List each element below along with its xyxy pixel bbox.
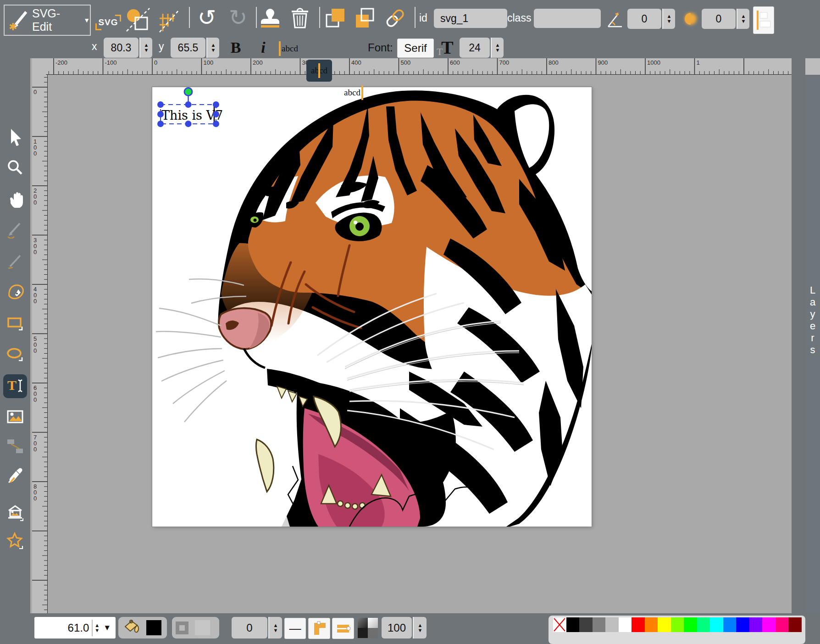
tool-connector bbox=[3, 434, 27, 458]
panel-splitter[interactable] bbox=[792, 58, 805, 613]
font-size-spinner[interactable]: ▲▼ bbox=[491, 38, 504, 58]
palette-swatch[interactable] bbox=[645, 617, 658, 632]
zoom-widget[interactable]: 61.0 ▲▼ ▼ bbox=[34, 617, 116, 638]
main-menu-button[interactable]: ✱ SVG-Edit ▼ bbox=[4, 5, 91, 36]
blur-input[interactable]: 0 bbox=[702, 9, 736, 29]
fill-swatch[interactable] bbox=[146, 620, 161, 635]
palette-swatch[interactable] bbox=[632, 617, 645, 632]
stroke-width-value: 0 bbox=[246, 622, 252, 634]
tool-pencil bbox=[3, 217, 27, 241]
palette-swatch[interactable] bbox=[619, 617, 632, 632]
zoom-dropdown-caret[interactable]: ▼ bbox=[101, 623, 116, 633]
tool-pan[interactable] bbox=[3, 187, 27, 211]
move-front-button[interactable] bbox=[324, 6, 347, 29]
wireframe-icon bbox=[125, 6, 151, 33]
stroke-width-input[interactable]: 0 bbox=[232, 617, 267, 638]
x-value: 80.3 bbox=[111, 42, 132, 54]
text-anchor-start-button[interactable]: abcd bbox=[277, 38, 303, 60]
clone-button[interactable] bbox=[258, 6, 282, 30]
drawing-canvas[interactable]: This is V7 bbox=[152, 87, 592, 527]
font-size-input[interactable]: 24 bbox=[460, 38, 490, 58]
palette-swatch[interactable] bbox=[749, 617, 763, 632]
zoom-value: 61.0 bbox=[34, 622, 92, 634]
x-spinner[interactable]: ▲▼ bbox=[139, 38, 152, 58]
tool-star[interactable] bbox=[3, 529, 27, 553]
font-family-button[interactable]: Serif bbox=[397, 39, 434, 58]
fill-color-widget[interactable] bbox=[118, 617, 167, 638]
palette-swatch[interactable] bbox=[671, 617, 684, 632]
tool-shape-library[interactable] bbox=[3, 501, 27, 525]
palette-swatch[interactable] bbox=[684, 617, 697, 632]
palette-swatch[interactable] bbox=[697, 617, 710, 632]
svg-text:0: 0 bbox=[33, 150, 37, 157]
tool-zoom[interactable] bbox=[3, 156, 27, 180]
palette-swatch[interactable] bbox=[788, 617, 802, 632]
stroke-style-button[interactable]: — bbox=[284, 618, 306, 639]
redo-button[interactable]: ↻ bbox=[226, 4, 250, 31]
x-input[interactable]: 80.3 bbox=[104, 38, 139, 58]
stroke-width-spinner[interactable]: ▲▼ bbox=[268, 617, 282, 638]
palette-swatch[interactable] bbox=[566, 617, 580, 632]
palette-swatch[interactable] bbox=[710, 617, 723, 632]
palette-swatch[interactable] bbox=[776, 617, 789, 632]
wireframe-button[interactable] bbox=[125, 6, 151, 33]
tool-ellipse[interactable] bbox=[3, 344, 27, 367]
id-input[interactable]: svg_1 bbox=[434, 9, 507, 28]
blur-spinner[interactable]: ▲▼ bbox=[737, 9, 749, 29]
tool-image[interactable] bbox=[3, 405, 27, 429]
bold-button[interactable]: B bbox=[226, 38, 246, 58]
svg-text:0: 0 bbox=[33, 89, 37, 95]
svg-text:0: 0 bbox=[33, 298, 37, 305]
y-spinner[interactable]: ▲▼ bbox=[206, 38, 219, 58]
layers-tab[interactable]: Layers bbox=[805, 284, 820, 356]
palette-swatch[interactable] bbox=[736, 617, 749, 632]
svg-text:500: 500 bbox=[401, 59, 411, 66]
text-anchor-middle-button[interactable]: abcd bbox=[306, 60, 332, 82]
svg-text:1: 1 bbox=[697, 59, 700, 66]
ruler-top: -200-10001002003004005006007008009001000… bbox=[46, 58, 792, 75]
svg-source-button[interactable]: SVG bbox=[95, 14, 121, 31]
palette-swatch[interactable] bbox=[658, 617, 671, 632]
opacity-input[interactable]: 100 bbox=[382, 617, 412, 638]
move-back-button[interactable] bbox=[353, 6, 376, 29]
bold-label: B bbox=[231, 39, 241, 56]
svg-text:0: 0 bbox=[33, 396, 37, 403]
align-button[interactable] bbox=[753, 6, 774, 34]
undo-button[interactable]: ↺ bbox=[194, 4, 219, 31]
color-palette bbox=[549, 616, 805, 644]
opacity-spinner[interactable]: ▲▼ bbox=[413, 617, 427, 638]
linecap-button[interactable] bbox=[332, 618, 354, 639]
palette-swatch[interactable] bbox=[605, 617, 619, 632]
ruler-left: 0100200300400500600700800 bbox=[32, 75, 48, 613]
zoom-spinner[interactable]: ▲▼ bbox=[93, 623, 101, 633]
palette-swatch[interactable] bbox=[579, 617, 593, 632]
tool-text[interactable]: T bbox=[3, 374, 27, 398]
stroke-color-widget[interactable] bbox=[172, 617, 219, 638]
palette-swatch[interactable] bbox=[762, 617, 776, 632]
tool-eyedropper[interactable] bbox=[3, 464, 27, 488]
bracket-right-icon bbox=[115, 15, 121, 22]
tool-select[interactable] bbox=[3, 125, 27, 149]
italic-button[interactable]: i bbox=[255, 38, 271, 58]
stroke-swatch[interactable] bbox=[195, 620, 210, 635]
delete-button[interactable] bbox=[288, 6, 312, 30]
angle-value: 0 bbox=[642, 13, 648, 25]
grid-button[interactable] bbox=[156, 6, 183, 33]
class-input[interactable] bbox=[534, 9, 601, 28]
text-anchor-end-button[interactable]: abcd bbox=[339, 82, 365, 104]
tool-path[interactable] bbox=[3, 279, 27, 303]
anchor-start-label: abcd bbox=[282, 44, 298, 54]
tool-line bbox=[3, 249, 27, 272]
palette-swatch[interactable] bbox=[723, 617, 737, 632]
rotate-handle[interactable] bbox=[184, 88, 192, 96]
link-button[interactable] bbox=[383, 6, 407, 30]
palette-swatch[interactable] bbox=[593, 617, 606, 632]
linejoin-icon bbox=[311, 620, 327, 637]
angle-input[interactable]: 0 bbox=[627, 9, 661, 29]
palette-swatch-none[interactable] bbox=[553, 617, 566, 632]
y-input[interactable]: 65.5 bbox=[171, 38, 205, 58]
angle-spinner[interactable]: ▲▼ bbox=[662, 9, 675, 29]
toolbar-divider bbox=[319, 7, 320, 28]
tool-rect[interactable] bbox=[3, 312, 27, 336]
linejoin-button[interactable] bbox=[308, 618, 330, 639]
